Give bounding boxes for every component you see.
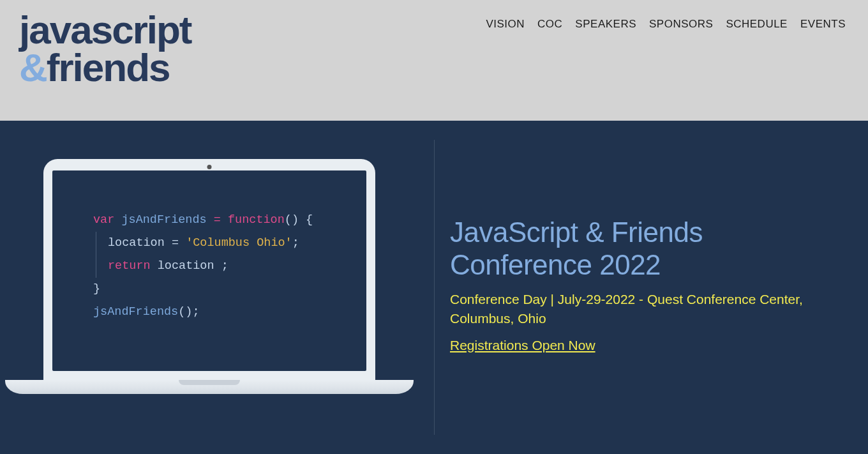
laptop-lid: var jsAndFriends = function() { location… [43, 159, 375, 380]
hero-left-col: var jsAndFriends = function() { location… [0, 121, 434, 454]
site-logo[interactable]: javascript &friends [19, 11, 191, 87]
logo-line-1: javascript [19, 11, 191, 49]
site-header: javascript &friends VISION COC SPEAKERS … [0, 0, 868, 121]
logo-ampersand: & [19, 45, 47, 89]
code-line-2: location = 'Columbus Ohio'; [108, 232, 348, 255]
code-assign-op: = [214, 213, 221, 227]
code-line-1: var jsAndFriends = function() { [93, 209, 348, 232]
code-block-indent: location = 'Columbus Ohio'; return locat… [96, 232, 348, 278]
laptop-illustration: var jsAndFriends = function() { location… [5, 159, 434, 394]
code-semi-1: ; [292, 236, 299, 250]
code-string-literal: 'Columbus Ohio' [186, 236, 292, 250]
code-close-brace: } [93, 282, 100, 296]
hero-section: var jsAndFriends = function() { location… [0, 121, 868, 454]
hero-title: JavaScript & Friends Conference 2022 [450, 216, 846, 281]
nav-sponsors[interactable]: SPONSORS [649, 18, 713, 31]
code-line-5: jsAndFriends(); [93, 301, 348, 324]
code-semi-2: ; [214, 259, 228, 273]
laptop-screen: var jsAndFriends = function() { location… [52, 170, 366, 371]
code-keyword-var: var [93, 213, 114, 227]
hero-subtitle: Conference Day | July-29-2022 - Quest Co… [450, 290, 846, 328]
nav-events[interactable]: EVENTS [800, 18, 846, 31]
main-nav: VISION COC SPEAKERS SPONSORS SCHEDULE EV… [486, 11, 846, 31]
code-call-parens: (); [178, 305, 199, 319]
nav-schedule[interactable]: SCHEDULE [726, 18, 788, 31]
code-keyword-function: function [228, 213, 285, 227]
logo-friends-text: friends [47, 45, 170, 89]
nav-speakers[interactable]: SPEAKERS [575, 18, 636, 31]
registration-link[interactable]: Registrations Open Now [450, 338, 595, 352]
nav-vision[interactable]: VISION [486, 18, 525, 31]
laptop-base [5, 380, 414, 394]
code-line-4: } [93, 278, 348, 301]
hero-right-col: JavaScript & Friends Conference 2022 Con… [434, 121, 868, 454]
code-line-3: return location ; [108, 255, 348, 278]
code-fn-name: jsAndFriends [121, 213, 206, 227]
laptop-camera-icon [207, 165, 212, 169]
code-call-name: jsAndFriends [93, 305, 178, 319]
laptop-trackpad-notch [179, 380, 240, 385]
code-keyword-return: return [108, 259, 151, 273]
code-return-ident: location [158, 259, 214, 273]
code-location-ident: location [108, 236, 165, 250]
nav-coc[interactable]: COC [537, 18, 562, 31]
code-parens-open: () { [285, 213, 313, 227]
logo-line-2: &friends [19, 49, 191, 87]
code-location-assign: = [172, 236, 179, 250]
vertical-divider [434, 140, 435, 435]
